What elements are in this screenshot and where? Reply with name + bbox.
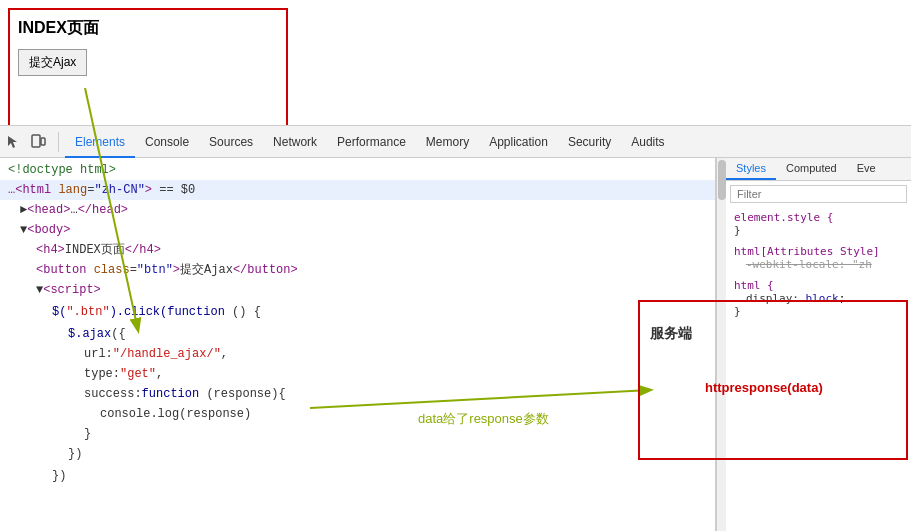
devtools-panel: Elements Console Sources Network Perform… [0, 125, 911, 531]
styles-panel: Styles Computed Eve element.style { } ht… [726, 158, 911, 531]
tab-application[interactable]: Application [479, 126, 558, 158]
style-rule: html[Attributes Style] -webkit-locale: "… [734, 245, 903, 271]
svg-rect-1 [41, 138, 45, 145]
devtools-toolbar: Elements Console Sources Network Perform… [0, 126, 911, 158]
elements-panel[interactable]: <!doctype html> …<html lang="zh-CN"> == … [0, 158, 716, 531]
code-line: ►<head>…</head> [0, 200, 715, 220]
code-line: }) [0, 444, 715, 464]
style-rule: html { display: block; } [734, 279, 903, 318]
code-line: <!doctype html> [0, 160, 715, 180]
toolbar-divider [58, 132, 59, 152]
tab-memory[interactable]: Memory [416, 126, 479, 158]
code-line: type:"get", [0, 364, 715, 384]
code-line: <h4>INDEX页面</h4> [0, 240, 715, 260]
devtools-body: <!doctype html> …<html lang="zh-CN"> == … [0, 158, 911, 531]
style-rule: element.style { } [734, 211, 903, 237]
cursor-icon[interactable] [4, 132, 24, 152]
code-line: ▼<body> [0, 220, 715, 240]
style-prop: -webkit-locale: "zh [746, 258, 903, 271]
code-line: ▼<script> [0, 280, 715, 300]
svg-rect-0 [32, 135, 40, 147]
tab-audits[interactable]: Audits [621, 126, 674, 158]
tab-security[interactable]: Security [558, 126, 621, 158]
style-brace: } [734, 305, 903, 318]
style-selector: html[Attributes Style] [734, 245, 903, 258]
code-line: <button class="btn">提交Ajax</button> [0, 260, 715, 280]
code-line: success:function (response){ [0, 384, 715, 404]
code-line-selected[interactable]: …<html lang="zh-CN"> == $0 [0, 180, 715, 200]
tab-elements[interactable]: Elements [65, 126, 135, 158]
style-prop: display: block; [746, 292, 903, 305]
browser-page: INDEX页面 提交Ajax [8, 8, 288, 128]
submit-ajax-button[interactable]: 提交Ajax [18, 49, 87, 76]
tab-console[interactable]: Console [135, 126, 199, 158]
vertical-scrollbar[interactable] [716, 158, 726, 531]
style-brace: } [734, 224, 903, 237]
tab-network[interactable]: Network [263, 126, 327, 158]
code-line: } [0, 424, 715, 444]
styles-content: element.style { } html[Attributes Style]… [726, 207, 911, 531]
code-line: $.ajax({ [0, 324, 715, 344]
data-label: data给了response参数 [418, 410, 549, 428]
code-line: console.log(response) [0, 404, 715, 424]
styles-tabs: Styles Computed Eve [726, 158, 911, 181]
tab-sources[interactable]: Sources [199, 126, 263, 158]
tab-performance[interactable]: Performance [327, 126, 416, 158]
code-line: url:"/handle_ajax/", [0, 344, 715, 364]
style-selector: element.style { [734, 211, 903, 224]
styles-filter-input[interactable] [730, 185, 907, 203]
code-line: $(".btn").click(function () { [0, 302, 715, 322]
code-line: }) [0, 466, 715, 486]
server-label: 服务端 [650, 325, 692, 343]
tab-computed[interactable]: Computed [776, 158, 847, 180]
http-label: httpresponse(data) [705, 380, 823, 395]
style-selector: html { [734, 279, 903, 292]
tab-event-listeners[interactable]: Eve [847, 158, 886, 180]
tab-styles[interactable]: Styles [726, 158, 776, 180]
scrollbar-thumb [718, 160, 726, 200]
page-title: INDEX页面 [18, 18, 278, 39]
device-icon[interactable] [28, 132, 48, 152]
